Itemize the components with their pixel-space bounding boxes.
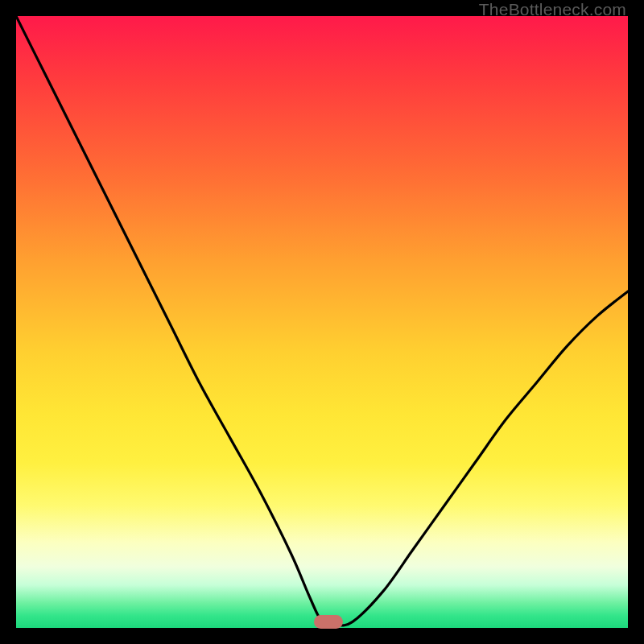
plot-area xyxy=(16,16,628,628)
optimal-point-marker xyxy=(314,615,343,629)
curve-svg xyxy=(16,16,628,628)
bottleneck-curve xyxy=(16,16,628,625)
chart-frame: TheBottleneck.com xyxy=(0,0,644,644)
